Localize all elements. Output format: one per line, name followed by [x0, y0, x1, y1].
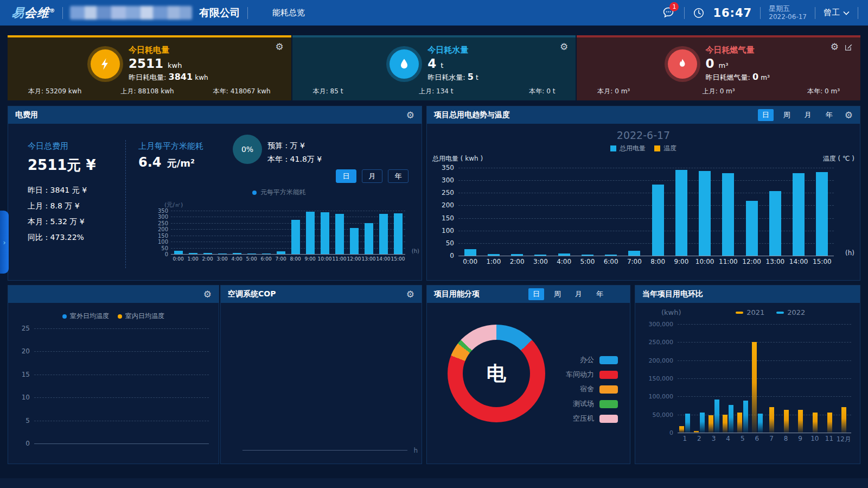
bar: [699, 171, 711, 256]
gear-icon[interactable]: ⚙: [406, 290, 414, 299]
legend-swatch: [599, 356, 618, 364]
tab-日[interactable]: 日: [528, 288, 544, 300]
bar-slot: [171, 211, 186, 254]
gear-icon[interactable]: ⚙: [560, 42, 568, 52]
panel-title: 项目用能分项: [434, 289, 480, 299]
bars-layer: [458, 168, 834, 256]
card-unit: m³: [719, 61, 729, 69]
legend-item-室外日均温度[interactable]: 室外日均温度: [62, 312, 109, 321]
tab-日[interactable]: 日: [336, 169, 356, 183]
right-axis-label: 温度 ( ℃ ): [823, 154, 854, 163]
sidebar-expand-handle[interactable]: ›: [0, 211, 9, 274]
y-tick-label: 50: [446, 239, 454, 247]
bottom-strip: [0, 478, 868, 488]
edit-icon[interactable]: [844, 43, 853, 52]
budget-gauge: 0%: [233, 135, 262, 164]
cop-axis-line: [242, 450, 407, 451]
tab-年[interactable]: 年: [592, 288, 608, 300]
legend-label: 室外日均温度: [70, 312, 109, 321]
y-tick-label: 10: [22, 394, 30, 401]
donut-legend-item-空压机[interactable]: 空压机: [566, 414, 618, 423]
x-tick-label: 10:00: [693, 258, 717, 265]
donut-legend-item-测试场[interactable]: 测试场: [566, 399, 618, 409]
mini-chart-legend[interactable]: 元每平方米能耗: [252, 188, 306, 197]
gear-icon[interactable]: ⚙: [275, 42, 283, 52]
legend-label: 测试场: [573, 399, 594, 409]
legend-item-2022[interactable]: 2022: [776, 308, 805, 316]
legend-marker: [776, 312, 784, 314]
legend-marker: [62, 314, 67, 319]
gear-icon[interactable]: ⚙: [831, 42, 839, 52]
bar: [652, 185, 664, 256]
tab-月[interactable]: 月: [571, 288, 586, 300]
bar-slot: [779, 324, 794, 433]
electricity-cost-panel: 电费用 ⚙ 今日总费用 2511元 ¥ 昨日 : 3841 元 ¥ 上月 : 8…: [8, 106, 422, 281]
donut-legend-item-宿舍[interactable]: 宿舍: [566, 384, 618, 394]
bar: [628, 251, 640, 256]
x-tick-label: 13:00: [361, 256, 376, 262]
legend-label: 温度: [663, 144, 676, 153]
x-tick-label: 9:00: [303, 256, 317, 262]
card-title: 今日耗水量: [427, 45, 478, 55]
stat-yoy: 同比 : 473.22%: [28, 233, 96, 243]
bar-slot: [529, 168, 552, 256]
bar: [723, 415, 727, 433]
tab-月[interactable]: 月: [800, 109, 816, 121]
bar: [321, 212, 329, 254]
bar: [769, 407, 774, 433]
kpi-card-electricity: ⚙ 今日耗电量 2511kwh 昨日耗电量: 3841 kwh 本月: 5320…: [8, 35, 291, 100]
energy-split-donut: 电: [448, 325, 545, 422]
axis-line: [458, 256, 834, 256]
card-value: 4: [427, 56, 436, 71]
bar-slot: [259, 211, 273, 254]
x-tick-label: 6:00: [599, 258, 623, 265]
footer-month: 本月: 85 t: [313, 87, 343, 96]
yoy-legend: 20212022: [681, 308, 860, 316]
legend-item-2021[interactable]: 2021: [736, 308, 764, 316]
y-tick-label: 50,000: [653, 411, 674, 418]
donut-legend-item-车间动力[interactable]: 车间动力: [566, 370, 618, 379]
energy-split-panel: 项目用能分项 日周月年 电 办公车间动力宿舍测试场空压机: [426, 285, 630, 464]
nav-item-energy-overview[interactable]: 能耗总览: [272, 8, 305, 18]
bar-slot: [361, 211, 376, 254]
bar-slot: [552, 168, 576, 256]
donut-legend: 办公车间动力宿舍测试场空压机: [566, 355, 618, 428]
donut-center-label: 电: [487, 360, 506, 387]
gear-icon[interactable]: ⚙: [845, 111, 853, 120]
bar: [841, 407, 846, 433]
gear-icon[interactable]: ⚙: [203, 290, 212, 299]
bar-slot: [244, 211, 259, 254]
x-tick-label: 14:00: [376, 256, 391, 262]
y-tick-label: 100: [158, 239, 168, 245]
axis-line: [678, 433, 851, 433]
x-tick-label: 3:00: [529, 258, 552, 265]
legend-item-温度[interactable]: 温度: [654, 144, 676, 153]
bar-slot: [763, 168, 787, 256]
messages-button[interactable]: 1: [662, 6, 676, 20]
today-cost-label: 今日总费用: [28, 141, 96, 151]
y-tick-label: 250,000: [649, 339, 674, 346]
tab-年[interactable]: 年: [821, 109, 837, 121]
tab-日[interactable]: 日: [758, 109, 774, 121]
user-menu[interactable]: 曾工: [824, 8, 850, 18]
company-name-redacted: [70, 6, 192, 20]
y-tick-label: 50: [161, 245, 168, 251]
x-tick-label: 7:00: [623, 258, 646, 265]
budget-block: 预算 : 万 ¥ 本年 : 41.8万 ¥: [267, 139, 322, 166]
bar-slot: [837, 324, 851, 433]
bar-slot: [693, 168, 717, 256]
tab-年[interactable]: 年: [388, 169, 409, 183]
x-tick-label: 14:00: [787, 258, 810, 265]
tab-周[interactable]: 周: [779, 109, 795, 121]
legend-item-总用电量[interactable]: 总用电量: [610, 144, 646, 153]
gear-icon[interactable]: ⚙: [406, 111, 414, 120]
tab-周[interactable]: 周: [550, 288, 565, 300]
y-tick-label: 300: [158, 214, 168, 220]
bar: [291, 220, 300, 254]
bar: [746, 201, 758, 256]
tab-月[interactable]: 月: [362, 169, 382, 183]
donut-legend-item-办公[interactable]: 办公: [566, 355, 618, 365]
card-footer: 本月: 85 t 上月: 134 t 本年: 0 t: [292, 87, 576, 96]
bar: [277, 251, 285, 254]
legend-item-室内日均温度[interactable]: 室内日均温度: [118, 312, 164, 321]
